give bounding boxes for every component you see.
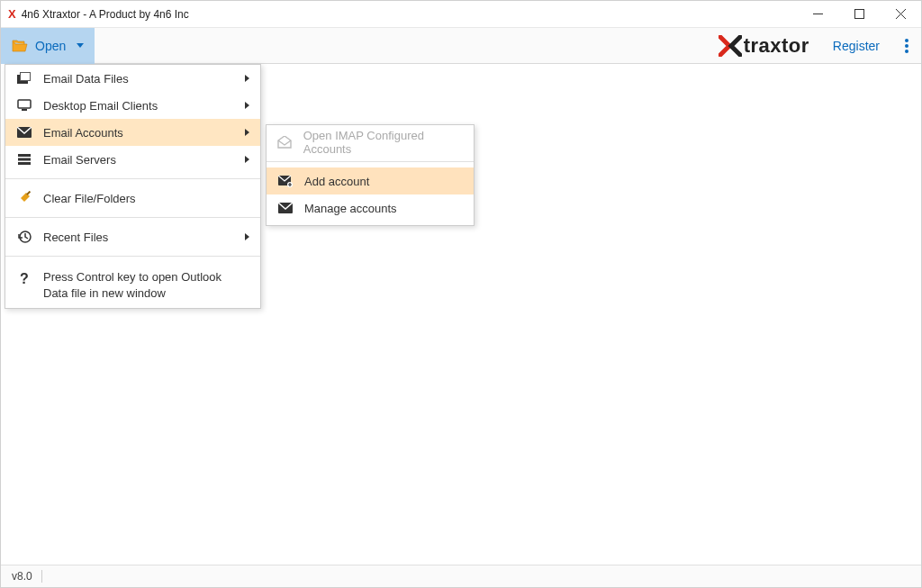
svg-rect-1	[854, 10, 863, 19]
status-divider	[41, 570, 42, 583]
toolbar: Open traxtor Register	[1, 28, 921, 64]
svg-rect-10	[18, 154, 31, 157]
broom-icon	[16, 190, 32, 206]
menu-item-email-servers[interactable]: Email Servers	[5, 146, 260, 173]
brand-logo: traxtor	[719, 34, 820, 58]
chevron-right-icon	[245, 156, 249, 163]
more-vertical-icon	[905, 37, 908, 55]
email-accounts-submenu: Open IMAP Configured Accounts Add accoun…	[266, 124, 475, 226]
menu-label: Email Data Files	[43, 72, 245, 86]
svg-rect-7	[18, 100, 31, 108]
version-label: v8.0	[12, 570, 32, 583]
register-button[interactable]: Register	[820, 28, 892, 64]
close-button[interactable]	[880, 1, 921, 28]
monitor-icon	[16, 97, 32, 113]
menu-item-recent-files[interactable]: Recent Files	[5, 223, 260, 250]
window-controls	[797, 1, 921, 28]
chevron-right-icon	[245, 75, 249, 82]
history-icon	[16, 229, 32, 245]
submenu-item-open-imap: Open IMAP Configured Accounts	[267, 129, 474, 156]
title-bar: X 4n6 Xtraxtor - A Product by 4n6 Inc	[1, 1, 921, 28]
open-button[interactable]: Open	[1, 28, 95, 64]
envelope-icon	[16, 124, 32, 140]
svg-rect-8	[22, 109, 27, 111]
question-icon: ?	[16, 271, 32, 287]
maximize-icon	[854, 9, 864, 19]
chevron-right-icon	[245, 233, 249, 240]
open-menu: Email Data Files Desktop Email Clients E…	[5, 64, 261, 309]
svg-rect-13	[26, 191, 31, 195]
menu-separator	[5, 178, 260, 179]
logo-text: traxtor	[744, 34, 809, 58]
menu-label: Email Servers	[43, 153, 245, 167]
svg-rect-6	[21, 73, 30, 80]
chevron-down-icon	[77, 43, 84, 48]
envelope-icon	[277, 200, 294, 216]
menu-label: Desktop Email Clients	[43, 99, 245, 113]
submenu-item-manage-accounts[interactable]: Manage accounts	[267, 194, 474, 222]
menu-separator	[5, 217, 260, 218]
maximize-button[interactable]	[838, 1, 880, 28]
folder-open-icon	[12, 40, 28, 52]
menu-item-clear-file-folders[interactable]: Clear File/Folders	[5, 185, 260, 212]
menu-item-email-data-files[interactable]: Email Data Files	[5, 65, 260, 92]
envelope-open-icon	[277, 134, 293, 150]
menu-separator	[5, 256, 260, 257]
svg-rect-11	[18, 158, 31, 161]
window-title: 4n6 Xtraxtor - A Product by 4n6 Inc	[22, 8, 797, 21]
register-label: Register	[833, 39, 880, 53]
menu-item-email-accounts[interactable]: Email Accounts	[5, 119, 260, 146]
envelope-plus-icon	[277, 173, 294, 189]
submenu-separator	[267, 161, 474, 162]
file-stack-icon	[16, 70, 32, 86]
menu-item-hint: ? Press Control key to open Outlook Data…	[5, 262, 260, 308]
open-button-label: Open	[35, 39, 66, 53]
server-icon	[16, 151, 32, 167]
more-button[interactable]	[892, 28, 921, 64]
submenu-label: Manage accounts	[304, 202, 397, 215]
menu-label: Email Accounts	[43, 126, 245, 140]
logo-icon	[719, 35, 742, 57]
menu-label: Clear File/Folders	[43, 192, 249, 205]
chevron-right-icon	[245, 102, 249, 109]
minimize-button[interactable]	[797, 1, 838, 28]
status-bar: v8.0	[1, 565, 921, 587]
app-icon: X	[8, 7, 16, 21]
close-icon	[896, 9, 906, 19]
minimize-icon	[813, 9, 823, 19]
svg-rect-12	[18, 162, 31, 165]
submenu-label: Add account	[304, 175, 369, 188]
submenu-label: Open IMAP Configured Accounts	[303, 129, 463, 156]
menu-label: Press Control key to open Outlook Data f…	[43, 269, 249, 301]
menu-item-desktop-email-clients[interactable]: Desktop Email Clients	[5, 92, 260, 119]
menu-label: Recent Files	[43, 231, 245, 244]
chevron-right-icon	[245, 129, 249, 136]
submenu-item-add-account[interactable]: Add account	[267, 167, 474, 194]
